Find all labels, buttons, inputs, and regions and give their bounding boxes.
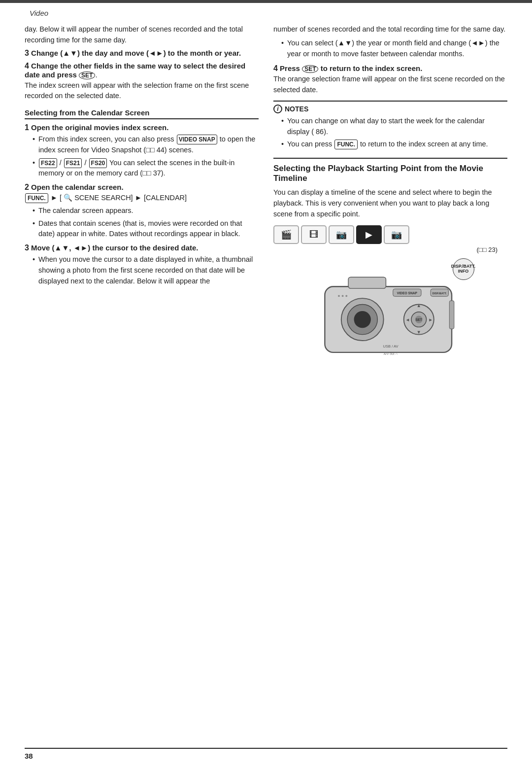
fs22-badge: FS22 [39,158,57,168]
step-3-number: 3 [25,49,29,57]
big-section-body: You can display a timeline of the scene … [273,187,507,219]
cal-step-2-body: FUNC. ► [ 🔍 SCENE SEARCH] ► [CALENDAR] [25,193,259,204]
notes-bullets: You can change on what day to start the … [273,116,507,150]
right-column: number of scenes recorded and the total … [273,24,507,367]
disp-batt-info: DISP./BATT.INFO [451,264,476,274]
svg-point-19 [338,295,340,297]
svg-point-20 [341,295,343,297]
svg-rect-17 [449,301,454,329]
timeline-icon-1: 🎞 [301,225,327,244]
timeline-ref: (□□ 23) [273,246,507,253]
camera-svg: VIDEO SNAP DISP./BATT. ▲ ▼ ◄ ► SET [307,258,474,362]
cal-step-1-bullet-1: From this index screen, you can also pre… [33,134,259,156]
right-intro-text: number of scenes recorded and the total … [273,24,507,35]
svg-text:◄: ◄ [405,317,409,322]
svg-text:A/V out ∩: A/V out ∩ [383,352,398,355]
right-step-4-title2: to return to the index screen. [321,64,423,72]
svg-text:VIDEO SNAP: VIDEO SNAP [397,291,417,295]
step-4-title: Change the other fields in the same way … [25,62,245,79]
cal-step-2: 2 Open the calendar screen. FUNC. ► [ 🔍 … [25,183,259,240]
search-icon-label: 🔍 [64,194,72,202]
right-intro-bullet-1: You can select (▲▼) the year or month fi… [281,38,507,60]
step-3-title: Change (▲▼) the day and move (◄►) to the… [31,49,241,57]
svg-point-21 [345,295,347,297]
timeline-icon-4: 📷 [384,225,409,244]
timeline-icons: 🎬 🎞 📷 ▶ 📷 [273,225,507,244]
cal-step-1-title: Open the original movies index screen. [31,123,168,132]
right-step-4-number: 4 [273,64,278,72]
cal-step-1: 1 Open the original movies index screen.… [25,123,259,179]
note-1: You can change on what day to start the … [281,116,507,138]
right-step-4-body: The orange selection frame will appear o… [273,74,507,96]
svg-text:►: ► [428,317,432,322]
cal-step-2-bullet-1: The calendar screen appears. [33,206,259,216]
cal-step-1-bullet-2: FS22 / FS21 / FS20 You can select the sc… [33,158,259,179]
cal-step-3: 3 Move (▲▼, ◄►) the cursor to the desire… [25,244,259,286]
cal-step-3-bullet-1: When you move the cursor to a date displ… [33,254,259,286]
cal-step-2-bullet-2: Dates that contain scenes (that is, movi… [33,218,259,240]
svg-text:▼: ▼ [416,329,421,335]
cal-step-2-title: Open the calendar screen. [31,183,124,191]
fs20-badge: FS20 [89,158,107,168]
note-2: You can press FUNC. to return to the ind… [281,139,507,150]
notes-box: i NOTES You can change on what day to st… [273,101,507,150]
svg-point-3 [354,311,370,328]
cal-step-2-bullets: The calendar screen appears. Dates that … [25,206,259,240]
arrow-right-1: ► [ [51,194,62,202]
big-section-title: Selecting the Playback Starting Point fr… [273,164,483,183]
set-badge-step4: SET [79,71,95,79]
page-header: Video [0,3,532,19]
cal-step-3-title: Move (▲▼, ◄►) the cursor to the desired … [31,244,198,252]
video-snap-badge: VIDEO SNAP [177,135,217,144]
big-section-header: Selecting the Playback Starting Point fr… [273,158,507,183]
step-3-change-day: 3 Change (▲▼) the day and move (◄►) to t… [25,49,259,58]
step-4-number: 4 [25,62,29,70]
right-step-4-title: Press [280,64,302,72]
page-content: day. Below it will appear the number of … [0,19,532,367]
fs21-badge: FS21 [64,158,82,168]
notes-title: i NOTES [273,105,507,113]
right-intro-bullets: You can select (▲▼) the year or month fi… [273,38,507,60]
page-title: Video [30,9,48,17]
left-intro-text: day. Below it will appear the number of … [25,24,259,46]
cal-step-3-bullets: When you move the cursor to a date displ… [25,254,259,286]
set-badge-right: SET [302,65,318,73]
func-badge-note2: FUNC. [334,140,358,149]
cal-step-3-number: 3 [25,244,29,252]
timeline-icon-0: 🎬 [273,225,299,244]
left-column: day. Below it will appear the number of … [25,24,259,367]
camera-diagram: DISP./BATT.INFO VIDEO SNAP [273,258,507,367]
svg-text:▲: ▲ [416,303,421,309]
timeline-icon-3-active: ▶ [356,225,382,244]
svg-rect-4 [348,277,386,288]
cal-step-1-bullets: From this index screen, you can also pre… [25,134,259,179]
page-number: 38 [25,752,33,760]
calendar-section-header: Selecting from the Calendar Screen [25,108,259,119]
calendar-section-title: Selecting from the Calendar Screen [25,108,149,117]
notes-label: NOTES [285,105,308,113]
cal-step-1-number: 1 [25,123,29,132]
svg-text:SET: SET [415,318,422,321]
func-badge-s2: FUNC. [25,193,48,203]
cal-step-2-number: 2 [25,183,29,191]
page-footer: 38 [25,748,507,760]
svg-text:USB / AV: USB / AV [383,345,399,349]
info-icon: i [273,105,282,113]
step-4-body: The index screen will appear with the se… [25,80,259,102]
svg-text:DISP./BATT.: DISP./BATT. [432,292,447,295]
right-step-4: 4 Press SET to return to the index scree… [273,64,507,96]
timeline-icon-2: 📷 [329,225,354,244]
step-4-period: . [95,70,97,79]
step-4-change-fields: 4 Change the other fields in the same wa… [25,62,259,102]
